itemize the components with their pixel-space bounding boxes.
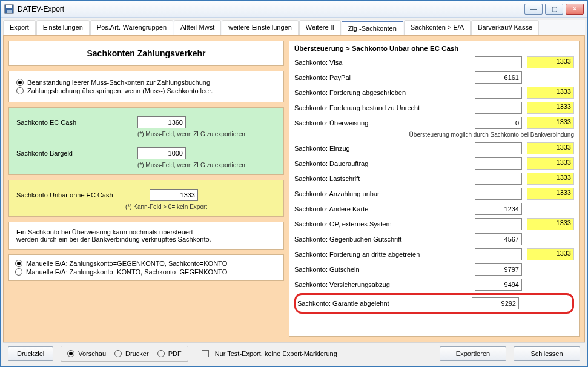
test-export-checkbox[interactable]: Nur Test-Export, keine Export-Markierung bbox=[202, 350, 337, 357]
bargeld-input[interactable] bbox=[137, 147, 186, 159]
override-input[interactable] bbox=[475, 117, 522, 129]
override-row: Sachkonto: Überweisung1333 bbox=[294, 116, 574, 130]
druckziel-button[interactable]: Druckziel bbox=[8, 346, 53, 361]
tab-weitere2[interactable]: Weitere II bbox=[299, 20, 341, 35]
radio-drucker[interactable]: Drucker bbox=[114, 350, 149, 357]
override-input[interactable] bbox=[475, 233, 522, 245]
radio-icon bbox=[114, 350, 122, 357]
override-label: Sachkonto: Visa bbox=[294, 59, 475, 66]
override-row: Sachkonto: Forderung abgeschrieben1333 bbox=[294, 86, 574, 99]
override-row: Sachkonto: PayPal bbox=[294, 71, 574, 84]
override-label: Sachkonto: Überweisung bbox=[294, 119, 475, 127]
radio-manuelle-ea-gegen-label: Manuelle E/A: Zahlungskonto=GEGENKONTO, … bbox=[26, 260, 227, 267]
override-fallback: 1333 bbox=[527, 173, 574, 185]
override-input[interactable] bbox=[475, 263, 522, 276]
exportieren-button[interactable]: Exportieren bbox=[440, 346, 506, 361]
bargeld-hint: (*) Muss-Feld, wenn ZLG zu exportieren bbox=[137, 162, 276, 168]
tab-einstellungen[interactable]: Einstellungen bbox=[36, 20, 90, 35]
radio-manuelle-ea-konto-label: Manuelle E/A: Zahlungskonto=KONTO, Sachk… bbox=[26, 268, 227, 276]
tab-posart[interactable]: Pos.Art.-Warengruppen bbox=[90, 20, 173, 35]
override-fallback: 1333 bbox=[527, 117, 574, 129]
override-label: Sachkonto: OP, externes System bbox=[294, 220, 475, 228]
override-input[interactable] bbox=[475, 142, 522, 154]
override-input[interactable] bbox=[475, 157, 522, 170]
override-label: Sachkonto: Gutschein bbox=[294, 266, 475, 273]
tab-barverkauf[interactable]: Barverkauf/ Kasse bbox=[471, 20, 539, 35]
radio-pdf[interactable]: PDF bbox=[157, 350, 182, 357]
disk-icon bbox=[4, 4, 14, 14]
override-row: Sachkonto: Versicherungsabzug bbox=[294, 278, 574, 291]
override-row: Sachkonto: Forderung an dritte abgetrete… bbox=[294, 248, 574, 261]
minimize-button[interactable]: — bbox=[524, 4, 543, 15]
override-input[interactable] bbox=[475, 188, 522, 200]
tab-altteil[interactable]: Altteil-Mwst bbox=[174, 20, 221, 35]
radio-icon bbox=[157, 350, 165, 357]
radio-icon bbox=[15, 260, 22, 267]
override-row: Sachkonto: Andere Karte bbox=[294, 202, 574, 216]
override-label: Sachkonto: Versicherungsabzug bbox=[294, 281, 475, 288]
complaint-options-panel: Beanstandung leerer Muss-Sachkonten zur … bbox=[8, 71, 284, 102]
override-label: Sachkonto: PayPal bbox=[294, 74, 475, 81]
window-title: DATEV-Export bbox=[18, 5, 524, 13]
override-input[interactable] bbox=[475, 279, 522, 291]
svg-rect-1 bbox=[6, 5, 12, 8]
checkbox-icon bbox=[202, 350, 209, 357]
section-heading-panel: Sachkonten Zahlungsverkehr bbox=[8, 41, 284, 66]
radio-pdf-label: PDF bbox=[168, 350, 182, 357]
radio-vorschau-label: Vorschau bbox=[78, 350, 106, 357]
radio-ueberspringen-label: Zahlungsbuchung überspringen, wenn (Muss… bbox=[27, 87, 213, 94]
override-input[interactable] bbox=[475, 218, 522, 230]
override-input[interactable] bbox=[475, 203, 522, 215]
tab-sachkonten-ea[interactable]: Sachkonten > E/A bbox=[404, 20, 471, 35]
unbar-input[interactable] bbox=[150, 189, 198, 201]
radio-icon bbox=[15, 268, 22, 276]
unbar-label: Sachkonto Unbar ohne EC Cash bbox=[16, 191, 150, 199]
override-input[interactable] bbox=[475, 56, 522, 68]
tab-weitere[interactable]: weitere Einstellungen bbox=[222, 20, 299, 35]
override-input[interactable] bbox=[475, 87, 522, 99]
bargeld-label: Sachkonto Bargeld bbox=[16, 150, 137, 157]
override-fallback: 1333 bbox=[527, 188, 574, 200]
override-fallback: 1333 bbox=[527, 142, 574, 154]
bottom-bar: Druckziel Vorschau Drucker PDF Nur Test-… bbox=[3, 342, 585, 364]
override-input[interactable] bbox=[475, 173, 522, 185]
close-button[interactable]: ✕ bbox=[566, 4, 584, 15]
output-target-group: Vorschau Drucker PDF bbox=[61, 346, 188, 362]
override-row: Sachkonto: Einzug1333 bbox=[294, 142, 574, 155]
mandatory-accounts-panel: Sachkonto EC Cash (*) Muss-Feld, wenn ZL… bbox=[8, 107, 284, 175]
override-label: Sachkonto: Lastschrift bbox=[294, 175, 475, 182]
eccash-label: Sachkonto EC Cash bbox=[16, 119, 137, 126]
override-fallback: 1333 bbox=[527, 248, 574, 260]
override-row: Sachkonto: Anzahlung unbar1333 bbox=[294, 187, 574, 200]
radio-manuelle-ea-gegen[interactable]: Manuelle E/A: Zahlungskonto=GEGENKONTO, … bbox=[15, 260, 277, 267]
radio-beanstandung[interactable]: Beanstandung leerer Muss-Sachkonten zur … bbox=[16, 79, 276, 86]
override-input[interactable] bbox=[475, 71, 522, 84]
override-label: Sachkonto: Dauerauftrag bbox=[294, 160, 475, 167]
left-column: Sachkonten Zahlungsverkehr Beanstandung … bbox=[8, 41, 284, 337]
maximize-button[interactable]: ▢ bbox=[545, 4, 563, 15]
override-fallback: 1333 bbox=[527, 157, 574, 170]
override-input[interactable] bbox=[475, 248, 522, 260]
info-note-line1: Ein Sachkonto bei Überweisung kann nochm… bbox=[16, 228, 276, 236]
radio-ueberspringen[interactable]: Zahlungsbuchung überspringen, wenn (Muss… bbox=[16, 87, 276, 94]
override-input[interactable] bbox=[475, 102, 522, 114]
optional-account-panel: Sachkonto Unbar ohne EC Cash (*) Kann-Fe… bbox=[8, 180, 284, 217]
test-export-label: Nur Test-Export, keine Export-Markierung bbox=[215, 350, 337, 357]
section-heading: Sachkonten Zahlungsverkehr bbox=[16, 48, 276, 58]
radio-drucker-label: Drucker bbox=[125, 350, 149, 357]
schliessen-button[interactable]: Schliessen bbox=[514, 346, 580, 361]
override-input[interactable] bbox=[472, 297, 519, 309]
override-row: Sachkonto: Visa1333 bbox=[294, 56, 574, 69]
override-fallback: 1333 bbox=[527, 102, 574, 114]
tab-zlgsachkonten[interactable]: Zlg.-Sachkonten bbox=[342, 21, 403, 35]
window-buttons: — ▢ ✕ bbox=[524, 4, 584, 15]
radio-icon bbox=[16, 87, 24, 94]
radio-vorschau[interactable]: Vorschau bbox=[67, 350, 106, 357]
tab-bar: Export Einstellungen Pos.Art.-Warengrupp… bbox=[3, 20, 585, 35]
override-fallback bbox=[527, 203, 574, 215]
titlebar: DATEV-Export — ▢ ✕ bbox=[1, 1, 587, 18]
override-label: Sachkonto: Forderung abgeschrieben bbox=[294, 89, 475, 96]
tab-export[interactable]: Export bbox=[3, 20, 36, 35]
radio-manuelle-ea-konto[interactable]: Manuelle E/A: Zahlungskonto=KONTO, Sachk… bbox=[15, 268, 277, 276]
eccash-input[interactable] bbox=[137, 116, 186, 128]
